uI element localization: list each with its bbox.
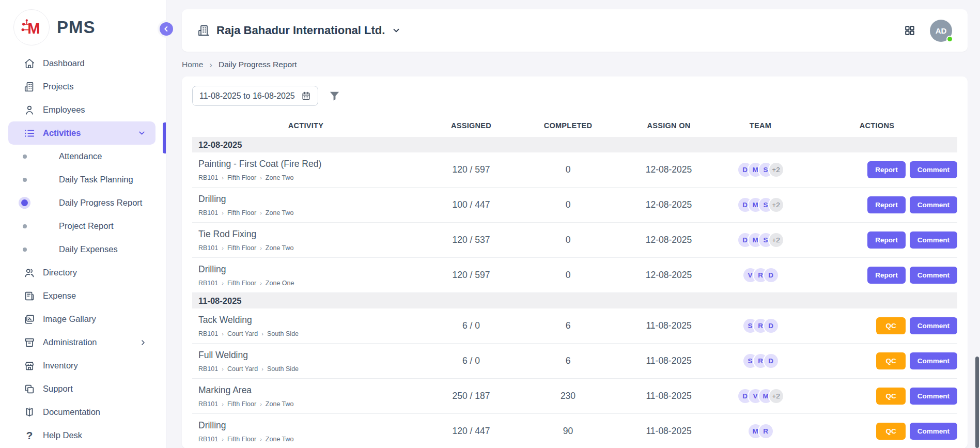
sidebar-item-directory[interactable]: Directory <box>0 261 166 284</box>
chevron-right-icon: › <box>260 210 262 216</box>
team-extra-count[interactable]: +2 <box>769 198 783 212</box>
row-actions: ReportComment <box>797 231 957 249</box>
path-segment: Zone Two <box>266 436 294 443</box>
qc-button[interactable]: QC <box>876 388 905 405</box>
sidebar-collapse-button[interactable] <box>158 20 175 38</box>
building-icon <box>197 24 210 37</box>
apps-grid-button[interactable] <box>903 24 916 37</box>
qc-button[interactable]: QC <box>876 317 905 334</box>
column-header-completed: COMPLETED <box>523 121 613 130</box>
scrollbar-thumb[interactable] <box>975 357 979 448</box>
sidebar-subitem-attendance[interactable]: Attendance <box>0 145 166 168</box>
assigned-value: 120 / 597 <box>419 164 523 175</box>
path-segment: Zone One <box>266 280 294 287</box>
comment-button[interactable]: Comment <box>910 423 957 440</box>
sidebar-item-employees[interactable]: Employees <box>0 98 166 121</box>
activity-cell: Drilling RB101›Fifth Floor›Zone One <box>192 264 419 287</box>
sidebar-item-projects[interactable]: Projects <box>0 75 166 98</box>
assign-on-value: 11-08-2025 <box>613 356 724 366</box>
app-name: PMS <box>57 18 96 37</box>
assigned-value: 120 / 447 <box>419 426 523 437</box>
filter-button[interactable] <box>329 90 340 102</box>
sidebar-item-activities[interactable]: Activities <box>8 121 155 145</box>
report-button[interactable]: Report <box>867 196 906 213</box>
team-member-avatar[interactable]: D <box>764 354 778 368</box>
sidebar-item-help-desk[interactable]: ?Help Desk <box>0 424 166 447</box>
team-extra-count[interactable]: +2 <box>769 389 783 403</box>
path-segment: Fifth Floor <box>227 244 256 252</box>
activity-path: RB101›Court Yard›South Side <box>198 365 419 373</box>
team-avatars: SRD <box>724 319 797 333</box>
report-button[interactable]: Report <box>867 267 906 284</box>
sidebar-subitem-daily-expenses[interactable]: Daily Expenses <box>0 238 166 261</box>
comment-button[interactable]: Comment <box>910 196 957 213</box>
team-avatars: DMS+2 <box>724 233 797 247</box>
team-member-avatar[interactable]: D <box>764 319 778 333</box>
row-actions: QCComment <box>797 423 957 440</box>
path-segment: RB101 <box>198 209 218 217</box>
comment-button[interactable]: Comment <box>910 352 957 369</box>
topbar-right: AD <box>903 20 952 42</box>
team-member-avatar[interactable]: R <box>759 424 773 438</box>
table-row: Full Welding RB101›Court Yard›South Side… <box>192 344 957 379</box>
sidebar-subitem-daily-task-planning[interactable]: Daily Task Planning <box>0 168 166 191</box>
team-extra-count[interactable]: +2 <box>769 163 783 177</box>
comment-button[interactable]: Comment <box>910 388 957 405</box>
breadcrumb-home[interactable]: Home <box>182 60 203 69</box>
sidebar-item-image-gallary[interactable]: Image Gallary <box>0 307 166 331</box>
path-segment: Zone Two <box>266 209 294 217</box>
team-extra-count[interactable]: +2 <box>769 233 783 247</box>
user-icon <box>24 104 35 116</box>
app-logo[interactable]: M <box>13 9 50 45</box>
completed-value: 230 <box>523 391 613 401</box>
calendar-icon <box>301 91 311 101</box>
qc-button[interactable]: QC <box>876 352 905 369</box>
sidebar-nav: DashboardProjectsEmployeesActivitiesAtte… <box>0 52 166 447</box>
chevron-right-icon: › <box>222 175 224 181</box>
sidebar-item-support[interactable]: Support <box>0 377 166 400</box>
comment-button[interactable]: Comment <box>910 231 957 249</box>
chevron-right-icon <box>139 338 147 347</box>
online-status-dot <box>946 36 953 42</box>
sidebar-subitem-daily-progress-report[interactable]: Daily Progress Report <box>0 191 166 214</box>
activity-cell: Painting - First Coat (Fire Red) RB101›F… <box>192 159 419 181</box>
sidebar-item-inventory[interactable]: Inventory <box>0 354 166 377</box>
chevron-right-icon: › <box>222 401 224 407</box>
user-avatar[interactable]: AD <box>930 20 952 42</box>
sidebar-item-expense[interactable]: Expense <box>0 284 166 307</box>
report-button[interactable]: Report <box>867 161 906 178</box>
activity-cell: Full Welding RB101›Court Yard›South Side <box>192 350 419 373</box>
chevron-right-icon: › <box>260 245 262 251</box>
active-section-indicator <box>163 122 166 153</box>
sidebar-item-administration[interactable]: Administration <box>0 331 166 354</box>
sidebar-subitem-label: Daily Expenses <box>59 244 118 254</box>
column-header-actions: ACTIONS <box>797 121 957 130</box>
comment-button[interactable]: Comment <box>910 267 957 284</box>
sidebar-item-dashboard[interactable]: Dashboard <box>0 52 166 75</box>
path-segment: Zone Two <box>266 174 294 181</box>
sidebar-item-documentation[interactable]: Documentation <box>0 400 166 424</box>
comment-button[interactable]: Comment <box>910 317 957 334</box>
filter-funnel-icon <box>329 90 340 102</box>
activity-path: RB101›Fifth Floor›Zone Two <box>198 244 419 252</box>
report-button[interactable]: Report <box>867 231 906 249</box>
comment-button[interactable]: Comment <box>910 161 957 178</box>
chevron-right-icon: › <box>260 175 262 181</box>
team-member-avatar[interactable]: D <box>764 268 778 282</box>
company-selector[interactable]: Raja Bahadur International Ltd. <box>197 24 401 37</box>
path-segment: RB101 <box>198 365 218 373</box>
completed-value: 0 <box>523 199 613 210</box>
qc-button[interactable]: QC <box>876 423 905 440</box>
logo-row: M PMS <box>0 0 166 52</box>
path-segment: South Side <box>267 365 299 373</box>
team-avatars: VRD <box>724 268 797 282</box>
team-avatars: DMS+2 <box>724 198 797 212</box>
sidebar-subitem-project-report[interactable]: Project Report <box>0 214 166 238</box>
path-segment: RB101 <box>198 280 218 287</box>
row-actions: ReportComment <box>797 161 957 178</box>
date-range-input[interactable]: 11-08-2025 to 16-08-2025 <box>192 86 318 106</box>
progress-table: ACTIVITY ASSIGNED COMPLETED ASSIGN ON TE… <box>192 114 957 448</box>
activity-cell: Drilling RB101›Fifth Floor›Zone Two <box>192 194 419 217</box>
path-segment: Fifth Floor <box>227 280 256 287</box>
completed-value: 0 <box>523 270 613 281</box>
